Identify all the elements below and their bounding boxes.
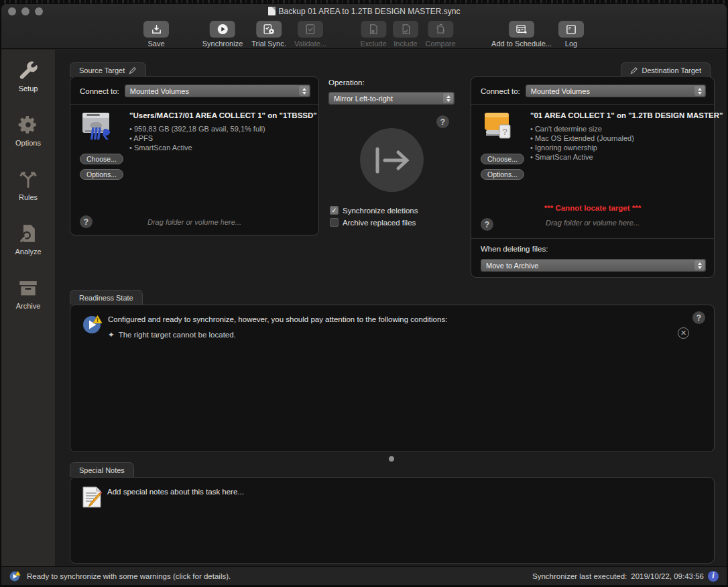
sidebar-item-analyze[interactable]: Analyze — [15, 222, 41, 256]
destination-drag-area[interactable]: Drag folder or volume here... — [471, 219, 714, 227]
checkbox-checked-icon: ✓ — [330, 206, 339, 215]
source-connect-label: Connect to: — [80, 87, 119, 95]
zoom-window-button[interactable] — [35, 7, 43, 15]
dismiss-condition-button[interactable]: ✕ — [678, 327, 689, 339]
destination-tab-label: Destination Target — [642, 66, 701, 74]
toolbar: Save Synchronize Trial Sync. Validate...… — [1, 18, 727, 49]
validate-button: Validate... — [294, 21, 326, 48]
notes-pencil-document-icon — [80, 485, 103, 509]
source-volume-icon — [80, 110, 115, 144]
notes-tab-label: Special Notes — [79, 466, 125, 474]
readiness-tab-label: Readiness State — [79, 294, 133, 302]
synchronize-button[interactable]: Synchronize — [202, 21, 243, 48]
source-target-tab[interactable]: Source Target — [70, 62, 146, 77]
svg-text:?: ? — [502, 127, 507, 137]
mirror-left-to-right-icon — [360, 128, 424, 192]
edit-pencil-icon[interactable] — [630, 66, 638, 74]
operation-help-button[interactable]: ? — [436, 115, 449, 128]
info-icon[interactable]: i — [708, 571, 719, 582]
when-deleting-select[interactable]: Move to Archive — [481, 259, 706, 272]
svg-text:!: ! — [97, 317, 99, 323]
add-to-schedule-button[interactable]: Add to Schedule... — [491, 21, 552, 48]
clipboard-play-icon — [263, 23, 275, 35]
source-choose-button[interactable]: Choose... — [80, 154, 123, 164]
source-volume-details: 959,83 GB (392,18 GB avail, 59,1% full) … — [129, 124, 310, 152]
synchronize-deletions-checkbox[interactable]: ✓ Synchronize deletions — [330, 206, 418, 215]
stepper-arrows-icon — [443, 93, 453, 103]
status-message[interactable]: Ready to synchronize with some warnings … — [9, 570, 231, 582]
operation-label: Operation: — [328, 78, 454, 87]
last-executed-timestamp: 2019/10/22, 09:43:56 — [631, 572, 704, 580]
log-icon — [566, 24, 577, 35]
sidebar-item-archive[interactable]: Archive — [16, 276, 41, 310]
operation-select[interactable]: Mirror Left-to-right — [328, 92, 454, 105]
readiness-state-panel: ! Configured and ready to synchronize, h… — [70, 305, 715, 452]
source-target-panel: Connect to: Mounted Volumes "Users/MAC17… — [70, 76, 319, 235]
sidebar: Setup Options Rules Analyze Archive — [1, 50, 56, 566]
destination-volume-details: Can't determine size Mac OS Extended (Jo… — [530, 124, 706, 162]
destination-target-tab[interactable]: Destination Target — [621, 62, 711, 77]
source-tab-label: Source Target — [79, 66, 125, 74]
stepper-arrows-icon — [299, 86, 309, 96]
save-button[interactable]: Save — [143, 21, 169, 48]
archive-box-icon — [16, 276, 40, 299]
sidebar-item-rules[interactable]: Rules — [16, 168, 40, 201]
readiness-help-button[interactable]: ? — [692, 311, 705, 324]
destination-connect-label: Connect to: — [481, 87, 520, 95]
wrench-icon — [16, 59, 40, 82]
compare-button: Compare — [425, 21, 455, 48]
main-content: Source Target Connect to: Mounted Volume… — [56, 50, 727, 566]
stepper-arrows-icon — [694, 86, 705, 96]
edit-pencil-icon[interactable] — [129, 66, 137, 74]
status-bar: Ready to synchronize with some warnings … — [1, 566, 727, 585]
close-icon: ✕ — [680, 329, 686, 337]
source-drag-area[interactable]: Drag folder or volume here... — [70, 218, 318, 226]
when-deleting-label: When deleting files: — [481, 245, 548, 253]
readiness-condition-item: ✦The right target cannot be located. — [108, 330, 236, 339]
operation-column: Operation: Mirror Left-to-right ? ✓ Sync… — [328, 78, 454, 105]
destination-volume-icon: ? — [481, 110, 515, 145]
close-window-button[interactable] — [8, 7, 16, 15]
document-icon — [268, 7, 276, 15]
trial-sync-button[interactable]: Trial Sync. — [251, 21, 286, 48]
checkbox-unchecked-icon: ✓ — [330, 218, 339, 227]
window-title: Backup 01 AREA to 1.2TB DESIGN MASTER.sy… — [279, 7, 461, 16]
last-executed-label: Synchronizer last executed: — [532, 572, 627, 580]
play-circle-icon — [217, 23, 228, 35]
archive-replaced-files-checkbox[interactable]: ✓ Archive replaced files — [330, 218, 418, 227]
readiness-state-tab: Readiness State — [70, 290, 143, 305]
clipboard-check-icon — [305, 23, 316, 35]
gear-icon — [16, 113, 40, 136]
sidebar-item-options[interactable]: Options — [15, 113, 41, 147]
title-bar: Backup 01 AREA to 1.2TB DESIGN MASTER.sy… — [1, 4, 727, 18]
file-check-icon — [401, 23, 411, 35]
minimize-window-button[interactable] — [21, 7, 29, 15]
destination-connect-select[interactable]: Mounted Volumes — [526, 85, 706, 97]
source-volume-title: "Users/MAC17/01 AREA COLLECT 1" on "1TBS… — [129, 111, 310, 119]
log-button[interactable]: Log — [558, 21, 584, 48]
destination-volume-title: "01 AREA COLLECT 1" on "1.2TB DESIGN MAS… — [530, 111, 706, 119]
destination-target-panel: Connect to: Mounted Volumes ? "01 AREA C… — [471, 76, 715, 278]
notes-placeholder-text: Add special notes about this task here..… — [107, 488, 244, 496]
source-options-button[interactable]: Options... — [80, 169, 123, 180]
compare-files-icon — [435, 23, 446, 35]
destination-options-button[interactable]: Options... — [481, 169, 524, 180]
include-button: Include — [393, 21, 418, 48]
chronosync-document-window: Backup 01 AREA to 1.2TB DESIGN MASTER.sy… — [1, 3, 727, 586]
branch-arrows-icon — [16, 168, 40, 191]
readiness-message: Configured and ready to synchronize, how… — [108, 315, 447, 323]
status-warning-icon — [9, 570, 21, 582]
ready-warning-icon: ! — [82, 314, 104, 334]
panel-splitter-handle[interactable] — [389, 456, 394, 462]
special-notes-panel[interactable]: Add special notes about this task here..… — [70, 477, 715, 564]
sidebar-item-setup[interactable]: Setup — [16, 59, 40, 93]
cannot-locate-target-error: *** Cannot locate target *** — [471, 204, 714, 212]
schedule-plus-icon — [515, 23, 528, 35]
destination-choose-button[interactable]: Choose... — [481, 154, 524, 164]
source-connect-select[interactable]: Mounted Volumes — [125, 85, 310, 97]
special-notes-tab: Special Notes — [70, 462, 134, 477]
analyze-document-icon — [16, 222, 40, 245]
file-x-icon — [368, 23, 378, 35]
exclude-button: Exclude — [360, 21, 386, 48]
stepper-arrows-icon — [694, 260, 705, 270]
